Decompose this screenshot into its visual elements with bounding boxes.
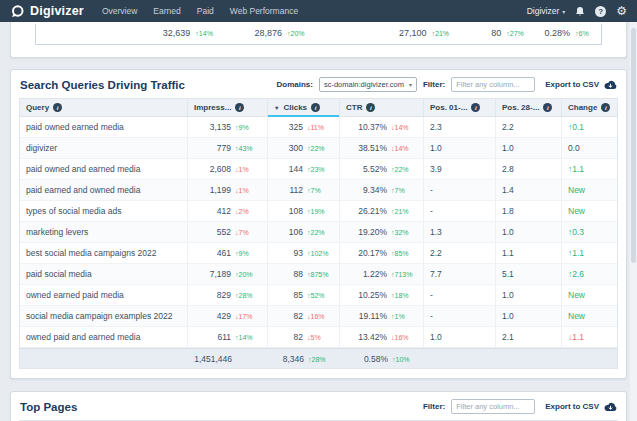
top-pages-title: Top Pages (20, 401, 423, 413)
info-icon[interactable]: i (366, 103, 375, 112)
column-header-ctr[interactable]: CTRi (340, 99, 424, 116)
table-row[interactable]: social media campaign examples 2022429↓1… (20, 306, 617, 327)
query-cell: social media campaign examples 2022 (20, 306, 188, 326)
top-pages-filter-input[interactable] (451, 399, 535, 414)
cell-value: paid earned and owned media (26, 185, 140, 195)
table-row[interactable]: types of social media ads412↓2%108↑19%26… (20, 201, 617, 222)
column-header-change[interactable]: Changei (562, 99, 617, 116)
pos28-cell: 1.0 (496, 222, 562, 242)
cell-change: ↑18% (391, 292, 417, 299)
table-row[interactable]: paid social media7,189↑20%88↑875%1.22%↑7… (20, 264, 617, 285)
filter-label: Filter: (423, 80, 445, 89)
cell-value: 2,608 (210, 164, 231, 174)
column-header-pos-28[interactable]: Pos. 28-...i (496, 99, 562, 116)
info-icon[interactable]: i (471, 103, 480, 112)
column-header-pos-01[interactable]: Pos. 01-...i (424, 99, 496, 116)
table-row[interactable]: paid owned and earned media2,608↓1%144↑2… (20, 159, 617, 180)
sq-table-totals-row: 1,451,4468,346↑28%0.58%↑10% (20, 348, 617, 368)
chevron-down-icon: ▾ (562, 8, 565, 15)
cell-change: ↑102% (307, 250, 333, 257)
table-row[interactable]: paid earned and owned media1,199↓1%112↑7… (20, 180, 617, 201)
query-cell: owned paid and earned media (20, 327, 188, 347)
cell-value: 3.9 (430, 164, 442, 174)
pos28-cell: 2.1 (496, 327, 562, 347)
bell-icon[interactable] (575, 6, 585, 17)
column-header-clicks[interactable]: ▼Clicksi (268, 99, 340, 116)
impressions-cell: 1,199↓1% (188, 180, 268, 200)
cell-change: ↓2% (235, 208, 261, 215)
chevron-down-icon: ▾ (409, 81, 412, 88)
ctr-cell: 19.20%↑32% (340, 222, 424, 242)
gear-icon[interactable]: ⚙ (616, 5, 627, 17)
table-row[interactable]: owned earned paid media829↑28%85↑52%10.2… (20, 285, 617, 306)
table-row[interactable]: paid owned earned media3,135↑9%325↓11%10… (20, 117, 617, 138)
totals-ctr: 0.58%↑10% (340, 349, 424, 368)
change-cell: ↑0.3 (562, 222, 617, 242)
query-cell: best social media campaigns 2022 (20, 243, 188, 263)
nav-item-earned[interactable]: Earned (153, 6, 180, 16)
nav-item-overview[interactable]: Overview (102, 6, 137, 16)
cell-value: 325 (289, 122, 303, 132)
column-label: Impress... (194, 103, 231, 112)
change-cell: ↑2.6 (562, 264, 617, 284)
impressions-cell: 779↑43% (188, 138, 268, 158)
help-icon[interactable]: ? (595, 6, 606, 17)
change-cell: ↑1.1 (562, 243, 617, 263)
cell-value: 1,451,446 (194, 354, 232, 364)
cell-value: - (430, 206, 433, 216)
nav-item-web-performance[interactable]: Web Performance (230, 6, 298, 16)
change-cell: New (562, 180, 617, 200)
account-menu[interactable]: Digivizer ▾ (527, 6, 566, 16)
cell-value: 429 (217, 311, 231, 321)
impressions-cell: 829↑28% (188, 285, 268, 305)
table-row[interactable]: digivizer779↑43%300↑22%38.51%↓14%1.01.00… (20, 138, 617, 159)
ctr-cell: 10.25%↑18% (340, 285, 424, 305)
cell-value: 144 (289, 164, 303, 174)
cell-change: ↓11% (307, 124, 333, 131)
column-header-impressions[interactable]: Impress...i (188, 99, 268, 116)
domains-select[interactable]: sc-domain:digivizer.com ▾ (319, 77, 417, 92)
export-csv-button[interactable]: Export to CSV (545, 80, 617, 90)
query-cell: digivizer (20, 138, 188, 158)
impressions-cell: 611↑14% (188, 327, 268, 347)
column-header-query[interactable]: Queryi (20, 99, 188, 116)
table-controls: Domains: sc-domain:digivizer.com ▾ Filte… (276, 77, 617, 92)
scrollbar-thumb[interactable] (631, 28, 636, 263)
summary-value: 32,639 (163, 28, 191, 38)
page-scrollbar[interactable] (630, 22, 637, 421)
filter-input[interactable] (451, 77, 535, 92)
top-navbar: Digivizer OverviewEarnedPaidWeb Performa… (0, 0, 637, 22)
table-row[interactable]: best social media campaigns 2022461↑9%93… (20, 243, 617, 264)
table-row[interactable]: owned paid and earned media611↑14%82↓5%1… (20, 327, 617, 348)
clicks-cell: 300↑22% (268, 138, 340, 158)
top-pages-card: Top Pages Filter: Export to CSV iiiii (10, 391, 627, 421)
change-value: ↓1.1 (568, 332, 584, 342)
change-cell: 0.0 (562, 138, 617, 158)
cell-value: - (430, 185, 433, 195)
info-icon[interactable]: i (601, 103, 610, 112)
cell-value: 82 (294, 332, 303, 342)
change-cell: New (562, 285, 617, 305)
cell-change: ↑22% (307, 145, 333, 152)
cell-value: 779 (217, 143, 231, 153)
cell-value: 1.22% (363, 269, 387, 279)
change-cell: New (562, 201, 617, 221)
ctr-cell: 1.22%↑713% (340, 264, 424, 284)
info-icon[interactable]: i (543, 103, 552, 112)
info-icon[interactable]: i (53, 103, 62, 112)
nav-item-paid[interactable]: Paid (197, 6, 214, 16)
pos28-cell: 2.8 (496, 159, 562, 179)
digivizer-logo-icon (10, 4, 25, 19)
sort-desc-icon: ▼ (274, 105, 279, 111)
info-icon[interactable]: i (311, 103, 320, 112)
cell-change: ↑22% (307, 229, 333, 236)
search-queries-table: QueryiImpress...i▼ClicksiCTRiPos. 01-...… (19, 98, 618, 369)
cell-value: 106 (289, 227, 303, 237)
top-pages-export-csv-button[interactable]: Export to CSV (545, 402, 617, 412)
cell-value: 461 (217, 248, 231, 258)
cell-value: 1.0 (502, 311, 514, 321)
table-row[interactable]: marketing levers552↓7%106↑22%19.20%↑32%1… (20, 222, 617, 243)
cell-value: digivizer (26, 143, 57, 153)
brand[interactable]: Digivizer (10, 4, 84, 19)
info-icon[interactable]: i (235, 103, 244, 112)
